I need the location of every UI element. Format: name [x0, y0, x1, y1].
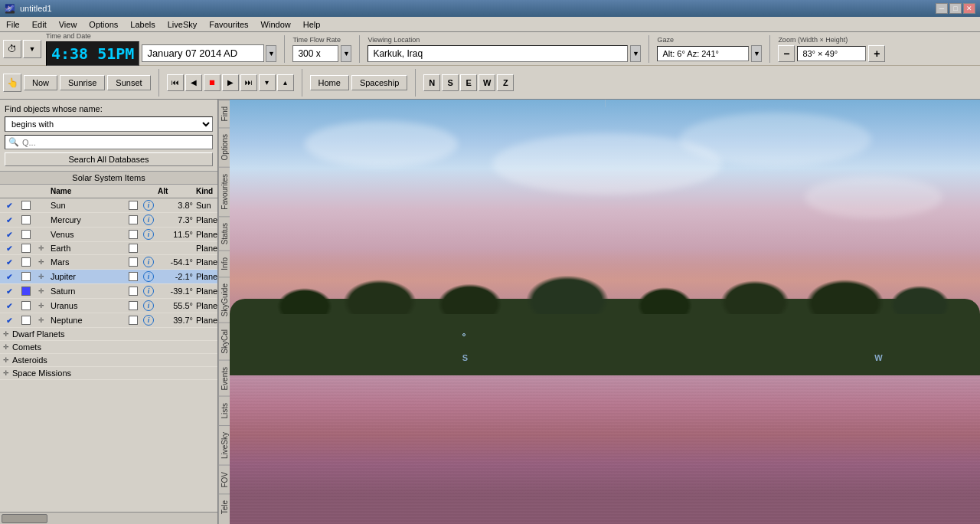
planet-expand-earth[interactable]: ✛: [34, 244, 49, 253]
planet-row-sun[interactable]: ✔Suni3.8°Sun: [0, 198, 217, 213]
scrollbar-thumb[interactable]: [2, 514, 47, 523]
side-tab-skycal[interactable]: SkyCal: [219, 323, 230, 360]
planet-info-earth[interactable]: [141, 247, 156, 249]
search-input[interactable]: [22, 138, 209, 147]
time-icon2[interactable]: ▼: [23, 40, 41, 58]
planet-cb2-sun[interactable]: [126, 200, 141, 211]
planet-info-uranus[interactable]: i: [141, 300, 156, 312]
planet-vis-check-mercury[interactable]: ✔: [0, 215, 18, 225]
menu-item-options[interactable]: Options: [83, 18, 124, 31]
location-box[interactable]: Karkuk, Iraq: [368, 45, 628, 62]
planet-checkbox-mars[interactable]: [18, 257, 34, 267]
category-comets[interactable]: ✛Comets: [0, 341, 217, 354]
planet-checkbox-earth[interactable]: [18, 243, 34, 254]
planet-expand-saturn[interactable]: ✛: [34, 287, 49, 296]
planet-vis-check-saturn[interactable]: ✔: [0, 287, 18, 296]
planet-info-venus[interactable]: i: [141, 228, 156, 241]
spaceship-button[interactable]: Spaceship: [351, 75, 407, 90]
side-tab-tele[interactable]: Tele: [219, 493, 230, 520]
side-tab-favourites[interactable]: Favourites: [219, 167, 230, 216]
planet-row-venus[interactable]: ✔Venusi11.5°Planet: [0, 228, 217, 242]
gaze-dropdown[interactable]: ▼: [751, 45, 762, 62]
planet-checkbox-jupiter[interactable]: [18, 271, 34, 282]
time-icon-btn[interactable]: ⏱ ▼: [3, 40, 41, 58]
menu-item-window[interactable]: Window: [255, 18, 297, 31]
planet-expand-sun[interactable]: [34, 205, 49, 206]
planet-cb2-neptune[interactable]: [126, 315, 141, 326]
planet-vis-check-neptune[interactable]: ✔: [0, 316, 18, 326]
home-button[interactable]: Home: [310, 75, 349, 90]
planet-info-mercury[interactable]: i: [141, 214, 156, 226]
planet-expand-jupiter[interactable]: ✛: [34, 272, 49, 281]
planet-expand-mercury[interactable]: [34, 219, 49, 221]
play-back-button[interactable]: ◀: [185, 74, 202, 91]
planet-row-jupiter[interactable]: ✔✛Jupiteri-2.1°Planet: [0, 270, 217, 284]
compass-e-button[interactable]: E: [460, 74, 477, 91]
planet-row-uranus[interactable]: ✔✛Uranusi55.5°Planet: [0, 299, 217, 313]
planet-checkbox-uranus[interactable]: [18, 300, 34, 311]
planet-vis-check-jupiter[interactable]: ✔: [0, 272, 18, 282]
time-icon[interactable]: ⏱: [3, 40, 21, 58]
compass-w-button[interactable]: W: [479, 74, 495, 91]
category-dwarf-planets[interactable]: ✛Dwarf Planets: [0, 328, 217, 341]
planet-cb2-saturn[interactable]: [126, 286, 141, 296]
planet-vis-check-earth[interactable]: ✔: [0, 244, 18, 254]
zoom-minus-button[interactable]: −: [778, 45, 795, 62]
search-all-button[interactable]: Search All Databases: [5, 152, 213, 166]
location-dropdown[interactable]: ▼: [630, 45, 641, 62]
planet-vis-check-uranus[interactable]: ✔: [0, 301, 18, 311]
planet-expand-neptune[interactable]: ✛: [34, 316, 49, 325]
planet-cb2-jupiter[interactable]: [126, 271, 141, 282]
side-tab-fov[interactable]: FOV: [219, 465, 230, 494]
menu-item-view[interactable]: View: [53, 18, 83, 31]
flow-rate-dropdown[interactable]: ▼: [341, 45, 351, 62]
side-tab-info[interactable]: Info: [219, 251, 230, 277]
planet-info-sun[interactable]: i: [141, 199, 156, 211]
date-dropdown-arrow[interactable]: ▼: [266, 45, 276, 62]
gaze-box[interactable]: Alt: 6° Az: 241°: [657, 46, 749, 61]
stop-button[interactable]: ⏹: [204, 74, 220, 91]
fast-forward-button[interactable]: ⏭: [240, 74, 257, 91]
planet-cb2-earth[interactable]: [126, 243, 141, 254]
planet-info-saturn[interactable]: i: [141, 285, 156, 297]
compass-n-button[interactable]: N: [423, 74, 440, 91]
flow-rate-box[interactable]: 300 x: [292, 45, 338, 62]
planet-checkbox-venus[interactable]: [18, 229, 34, 240]
planet-checkbox-neptune[interactable]: [18, 315, 34, 326]
planet-cb2-mercury[interactable]: [126, 215, 141, 225]
sky-view[interactable]: W S: [230, 100, 980, 524]
hand-icon[interactable]: 👆: [3, 74, 21, 92]
menu-item-livesky[interactable]: LiveSky: [162, 18, 204, 31]
side-tab-status[interactable]: Status: [219, 216, 230, 251]
date-box[interactable]: January 07 2014 AD: [142, 44, 264, 62]
planet-cb2-uranus[interactable]: [126, 300, 141, 311]
planet-expand-venus[interactable]: [34, 234, 49, 235]
planet-checkbox-sun[interactable]: [18, 200, 34, 211]
menu-item-labels[interactable]: Labels: [124, 18, 161, 31]
planet-row-saturn[interactable]: ✔✛Saturni-39.1°Planet: [0, 284, 217, 299]
side-tab-livesky[interactable]: LiveSky: [219, 425, 230, 465]
compass-s-button[interactable]: S: [442, 74, 459, 91]
category-asteroids[interactable]: ✛Asteroids: [0, 354, 217, 367]
planet-vis-check-mars[interactable]: ✔: [0, 257, 18, 267]
zoom-plus-button[interactable]: +: [868, 45, 885, 62]
menu-item-file[interactable]: File: [0, 18, 26, 31]
menu-item-favourites[interactable]: Favourites: [203, 18, 254, 31]
step-back-button[interactable]: ⏮: [167, 74, 184, 91]
planet-row-mars[interactable]: ✔✛Marsi-54.1°Planet: [0, 255, 217, 270]
side-tab-skyguide[interactable]: SkyGuide: [219, 277, 230, 323]
faster-button[interactable]: ▴: [277, 74, 294, 91]
category-space-missions[interactable]: ✛Space Missions: [0, 367, 217, 380]
play-button[interactable]: ▶: [222, 74, 239, 91]
planet-vis-check-venus[interactable]: ✔: [0, 230, 18, 240]
close-button[interactable]: ✕: [963, 3, 975, 14]
planet-checkbox-saturn[interactable]: [18, 286, 34, 296]
planet-checkbox-mercury[interactable]: [18, 215, 34, 225]
compass-z-button[interactable]: Z: [497, 74, 514, 91]
side-tab-find[interactable]: Find: [219, 100, 230, 127]
planet-info-jupiter[interactable]: i: [141, 270, 156, 283]
planet-info-mars[interactable]: i: [141, 256, 156, 268]
slower-button[interactable]: ▾: [259, 74, 276, 91]
menu-item-edit[interactable]: Edit: [26, 18, 53, 31]
menu-item-help[interactable]: Help: [297, 18, 327, 31]
